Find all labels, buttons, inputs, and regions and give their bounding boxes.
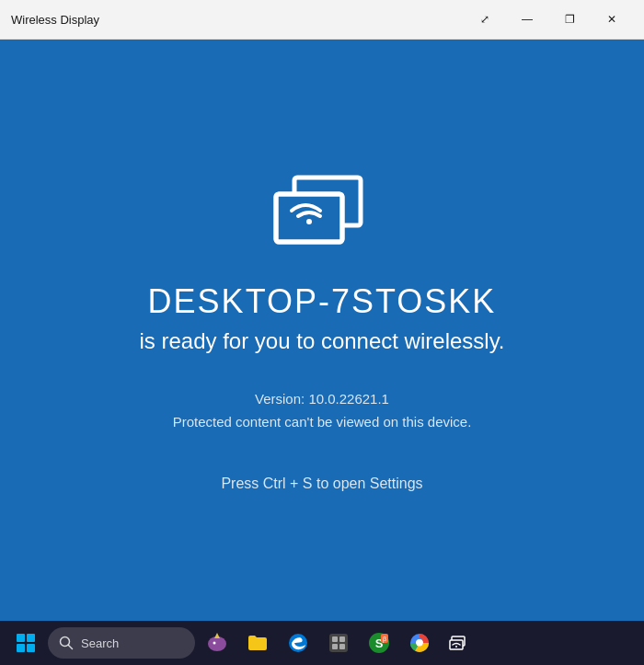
search-icon	[59, 636, 74, 650]
taskbar-chrome[interactable]	[401, 625, 438, 661]
start-button[interactable]	[7, 625, 44, 661]
taskbar-wireless-display[interactable]	[442, 625, 478, 661]
search-label: Search	[81, 636, 119, 650]
svg-point-10	[208, 636, 226, 651]
titlebar-title: Wireless Display	[11, 13, 99, 27]
minimize-button[interactable]: —	[506, 0, 548, 40]
chrome-icon	[408, 632, 431, 654]
taskbar-edge[interactable]	[280, 625, 316, 661]
protected-content-text: Protected content can't be viewed on thi…	[173, 414, 472, 430]
app-square-icon	[328, 632, 350, 654]
unicorn-icon	[205, 631, 229, 655]
device-name: DESKTOP-7STOSKK	[148, 282, 497, 321]
ready-text: is ready for you to connect wirelessly.	[139, 328, 504, 354]
settings-hint: Press Ctrl + S to open Settings	[221, 476, 422, 492]
titlebar: Wireless Display ⤢ — ❐ ✕	[0, 0, 644, 40]
wireless-taskbar-icon	[449, 632, 471, 654]
svg-rect-14	[329, 634, 348, 652]
titlebar-controls: ⤢ — ❐ ✕	[464, 0, 633, 39]
restore-button[interactable]: ❐	[548, 0, 591, 40]
close-icon: ✕	[607, 13, 616, 26]
titlebar-left: Wireless Display	[11, 13, 99, 27]
taskbar: Search S	[0, 621, 644, 665]
version-text: Version: 10.0.22621.1	[255, 391, 389, 407]
svg-rect-4	[17, 634, 25, 642]
svg-point-3	[306, 219, 312, 224]
svg-marker-11	[214, 633, 220, 638]
svg-rect-17	[332, 644, 338, 649]
svg-point-25	[417, 640, 423, 647]
svg-rect-27	[450, 640, 463, 649]
taskbar-app-unicorn[interactable]	[199, 625, 236, 661]
expand-icon: ⤢	[480, 13, 489, 26]
svg-rect-18	[339, 644, 345, 649]
svg-point-28	[455, 646, 457, 648]
wireless-display-icon	[267, 168, 377, 255]
svg-point-12	[213, 642, 216, 645]
svg-rect-15	[332, 636, 338, 642]
main-content: DESKTOP-7STOSKK is ready for you to conn…	[0, 40, 644, 621]
svg-rect-16	[339, 636, 345, 642]
beta-s-icon: S β	[368, 632, 390, 654]
svg-line-9	[69, 646, 73, 649]
taskbar-app-beta[interactable]: S β	[361, 625, 397, 661]
edge-icon	[287, 632, 309, 654]
search-bar[interactable]: Search	[48, 627, 195, 659]
svg-rect-7	[27, 644, 35, 652]
folder-icon	[247, 632, 269, 654]
svg-rect-5	[27, 634, 35, 642]
restore-icon: ❐	[565, 13, 575, 26]
taskbar-file-explorer[interactable]	[239, 625, 276, 661]
expand-button[interactable]: ⤢	[464, 0, 506, 40]
taskbar-app-square[interactable]	[320, 625, 357, 661]
svg-rect-1	[276, 194, 342, 242]
close-button[interactable]: ✕	[591, 0, 633, 40]
svg-rect-6	[17, 644, 25, 652]
svg-text:β: β	[383, 636, 386, 643]
minimize-icon: —	[522, 13, 533, 26]
